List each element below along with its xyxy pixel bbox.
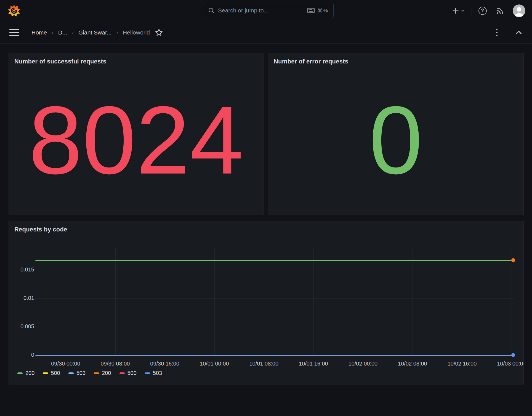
plot-area: 09/30 00:0009/30 08:0009/30 16:0010/01 0… (9, 221, 523, 385)
panel-title-successful[interactable]: Number of successful requests (14, 58, 106, 65)
breadcrumb-separator: › (72, 29, 74, 36)
x-gridline (313, 248, 314, 355)
x-tick-label: 10/02 16:00 (439, 361, 485, 367)
x-tick-label: 09/30 08:00 (93, 361, 138, 367)
series-line-503 (35, 355, 514, 356)
breadcrumb: Home › D... › Giant Swar... › Helloworld (31, 29, 150, 36)
new-dropdown-button[interactable] (452, 7, 465, 15)
help-icon: ? (481, 8, 484, 14)
x-tick-label: 10/02 08:00 (390, 361, 435, 367)
y-tick-label: 0.015 (9, 266, 34, 273)
breadcrumb-separator: › (52, 29, 54, 36)
legend-swatch (119, 372, 125, 374)
breadcrumb-divider (507, 28, 507, 37)
plus-icon (452, 7, 459, 15)
navbar-actions: ? (452, 0, 525, 21)
x-gridline (66, 248, 66, 355)
x-gridline (413, 248, 413, 355)
series-endpoint-dot-200 (511, 258, 515, 262)
y-gridline (35, 327, 514, 327)
panel-menu-kebab-button[interactable] (494, 27, 499, 38)
legend-label: 503 (76, 370, 86, 376)
favorite-star-button[interactable] (155, 28, 163, 37)
breadcrumb-item-folder[interactable]: Giant Swar... (78, 29, 111, 36)
x-tick-label: 10/02 00:00 (340, 361, 385, 367)
menu-toggle-button[interactable] (9, 29, 19, 36)
series-endpoint-dot-503 (511, 353, 515, 357)
x-gridline (264, 248, 264, 355)
legend-swatch (68, 372, 74, 374)
y-gridline (35, 298, 514, 298)
legend-swatch (145, 372, 150, 374)
legend-item-200[interactable]: 200 (17, 370, 34, 376)
series-line-200 (35, 260, 514, 261)
y-tick-label: 0.01 (9, 295, 34, 301)
breadcrumb-item-current: Helloworld (123, 29, 150, 36)
stat-panel-error-requests: Number of error requests 0 (268, 53, 524, 215)
x-tick-label: 10/01 16:00 (291, 361, 336, 367)
legend-label: 200 (102, 370, 111, 376)
news-rss-button[interactable] (496, 6, 504, 15)
legend-label: 503 (153, 370, 162, 376)
x-gridline (214, 248, 215, 355)
y-tick-label: 0.005 (9, 323, 34, 330)
x-gridline (462, 248, 462, 355)
panel-title-errors[interactable]: Number of error requests (274, 58, 348, 65)
timeseries-panel-requests-by-code: Requests by code 09/30 00:0009/30 08:000… (9, 221, 524, 385)
legend-label: 500 (51, 370, 60, 376)
search-shortcut: ⌘+k (307, 7, 328, 14)
x-tick-label: 10/03 00:00 (489, 361, 524, 367)
search-input[interactable]: Search or jump to... ⌘+k (203, 3, 334, 18)
legend-item-500[interactable]: 500 (119, 370, 137, 376)
x-gridline (115, 248, 116, 355)
search-placeholder: Search or jump to... (218, 7, 304, 14)
user-avatar[interactable] (513, 4, 525, 17)
keyboard-icon (307, 8, 315, 13)
stat-successful-value: 8024 (9, 70, 263, 210)
hamburger-icon (9, 29, 19, 30)
x-tick-label: 09/30 16:00 (142, 361, 187, 367)
x-tick-label: 10/01 00:00 (192, 361, 237, 367)
grafana-logo-icon[interactable] (8, 4, 20, 17)
top-navbar: Search or jump to... ⌘+k ? (0, 0, 532, 21)
navbar-divider (472, 7, 472, 15)
legend-label: 500 (127, 370, 137, 376)
legend-item-503[interactable]: 503 (145, 370, 162, 376)
legend-label: 200 (25, 370, 34, 376)
breadcrumb-bar: Home › D... › Giant Swar... › Helloworld (0, 22, 532, 44)
legend-item-503[interactable]: 503 (68, 370, 86, 376)
kebab-icon (496, 29, 498, 30)
y-tick-label: 0 (9, 352, 34, 358)
legend-swatch (43, 372, 48, 374)
x-tick-label: 09/30 00:00 (43, 361, 88, 367)
y-gridline (35, 270, 514, 270)
legend-swatch (17, 372, 23, 374)
legend-item-500[interactable]: 500 (43, 370, 60, 376)
breadcrumb-item-dashboards[interactable]: D... (58, 29, 67, 36)
help-button[interactable]: ? (478, 7, 487, 15)
x-gridline (363, 248, 363, 355)
x-tick-label: 10/01 08:00 (241, 361, 286, 367)
legend-swatch (94, 372, 99, 374)
x-gridline (165, 248, 165, 355)
stat-errors-value: 0 (268, 70, 523, 210)
breadcrumb-actions (494, 27, 523, 38)
x-gridline (512, 248, 512, 355)
breadcrumb-separator: › (116, 29, 118, 36)
stat-panel-successful-requests: Number of successful requests 8024 (9, 53, 264, 215)
collapse-chevron-up-button[interactable] (515, 29, 523, 36)
breadcrumb-item-home[interactable]: Home (31, 29, 47, 36)
chevron-down-icon (461, 9, 465, 13)
legend-item-200[interactable]: 200 (94, 370, 111, 376)
chart-legend: 200500503200500503 (17, 370, 162, 376)
search-icon (208, 7, 215, 14)
